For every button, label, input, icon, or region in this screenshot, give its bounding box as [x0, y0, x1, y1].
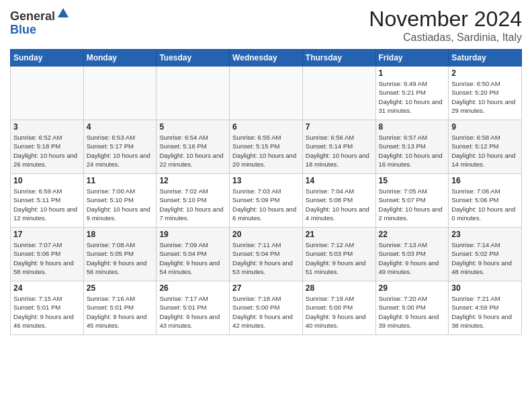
day-info: Sunrise: 6:54 AM Sunset: 5:16 PM Dayligh…	[159, 133, 226, 169]
calendar-cell: 4Sunrise: 6:53 AM Sunset: 5:17 PM Daylig…	[83, 120, 157, 174]
calendar-cell: 23Sunrise: 7:14 AM Sunset: 5:02 PM Dayli…	[449, 228, 522, 281]
day-number: 6	[232, 122, 300, 132]
calendar-week-row: 3Sunrise: 6:52 AM Sunset: 5:18 PM Daylig…	[11, 120, 522, 174]
calendar-cell: 10Sunrise: 6:59 AM Sunset: 5:11 PM Dayli…	[11, 174, 84, 228]
weekday-header: Wednesday	[230, 50, 303, 66]
day-number: 27	[232, 283, 300, 293]
calendar-cell	[230, 66, 303, 120]
day-info: Sunrise: 7:15 AM Sunset: 5:01 PM Dayligh…	[13, 294, 81, 330]
calendar-week-row: 17Sunrise: 7:07 AM Sunset: 5:06 PM Dayli…	[11, 228, 522, 281]
day-info: Sunrise: 6:55 AM Sunset: 5:15 PM Dayligh…	[232, 133, 300, 169]
calendar-header-row: SundayMondayTuesdayWednesdayThursdayFrid…	[11, 50, 522, 66]
day-number: 8	[379, 122, 446, 132]
day-info: Sunrise: 7:11 AM Sunset: 5:04 PM Dayligh…	[232, 240, 300, 276]
day-number: 5	[159, 122, 226, 132]
day-info: Sunrise: 7:09 AM Sunset: 5:04 PM Dayligh…	[159, 240, 226, 276]
day-number: 28	[306, 283, 373, 293]
day-info: Sunrise: 7:04 AM Sunset: 5:08 PM Dayligh…	[306, 187, 373, 222]
day-number: 17	[13, 230, 81, 239]
day-number: 10	[13, 176, 81, 185]
day-info: Sunrise: 6:49 AM Sunset: 5:21 PM Dayligh…	[379, 79, 446, 115]
day-info: Sunrise: 7:17 AM Sunset: 5:01 PM Dayligh…	[159, 294, 226, 330]
day-number: 23	[451, 230, 519, 239]
calendar-week-row: 10Sunrise: 6:59 AM Sunset: 5:11 PM Dayli…	[11, 174, 522, 228]
day-info: Sunrise: 7:13 AM Sunset: 5:03 PM Dayligh…	[379, 240, 446, 276]
calendar-cell: 22Sunrise: 7:13 AM Sunset: 5:03 PM Dayli…	[375, 228, 449, 281]
logo-general: General	[10, 9, 55, 23]
weekday-header: Saturday	[449, 50, 522, 66]
svg-marker-0	[58, 8, 69, 17]
day-info: Sunrise: 6:56 AM Sunset: 5:14 PM Dayligh…	[306, 133, 373, 169]
day-info: Sunrise: 7:21 AM Sunset: 4:59 PM Dayligh…	[451, 294, 519, 330]
page-container: General Blue November 2024 Castiadas, Sa…	[0, 0, 532, 342]
calendar-cell: 8Sunrise: 6:57 AM Sunset: 5:13 PM Daylig…	[375, 120, 449, 174]
calendar-cell: 28Sunrise: 7:19 AM Sunset: 5:00 PM Dayli…	[302, 281, 375, 335]
calendar-cell: 13Sunrise: 7:03 AM Sunset: 5:09 PM Dayli…	[230, 174, 303, 228]
calendar-cell: 29Sunrise: 7:20 AM Sunset: 5:00 PM Dayli…	[375, 281, 449, 335]
calendar-cell	[11, 66, 84, 120]
logo-blue: Blue	[10, 23, 36, 36]
calendar-cell: 16Sunrise: 7:06 AM Sunset: 5:06 PM Dayli…	[449, 174, 522, 228]
weekday-header: Sunday	[11, 50, 84, 66]
day-number: 25	[87, 283, 154, 293]
calendar-cell: 14Sunrise: 7:04 AM Sunset: 5:08 PM Dayli…	[302, 174, 375, 228]
weekday-header: Monday	[83, 50, 157, 66]
day-number: 14	[306, 176, 373, 185]
calendar-cell: 2Sunrise: 6:50 AM Sunset: 5:20 PM Daylig…	[449, 66, 522, 120]
day-number: 26	[159, 283, 226, 293]
calendar-cell: 19Sunrise: 7:09 AM Sunset: 5:04 PM Dayli…	[157, 228, 230, 281]
day-info: Sunrise: 7:02 AM Sunset: 5:10 PM Dayligh…	[159, 187, 226, 222]
logo-icon	[56, 7, 70, 20]
day-number: 30	[451, 283, 519, 293]
calendar-cell: 18Sunrise: 7:08 AM Sunset: 5:05 PM Dayli…	[83, 228, 157, 281]
day-number: 19	[159, 230, 226, 239]
header: General Blue November 2024 Castiadas, Sa…	[10, 7, 522, 44]
day-number: 7	[306, 122, 373, 132]
day-number: 20	[232, 230, 300, 239]
calendar-cell: 25Sunrise: 7:16 AM Sunset: 5:01 PM Dayli…	[83, 281, 157, 335]
day-number: 3	[13, 122, 81, 132]
day-info: Sunrise: 7:03 AM Sunset: 5:09 PM Dayligh…	[232, 187, 300, 222]
calendar-cell: 5Sunrise: 6:54 AM Sunset: 5:16 PM Daylig…	[157, 120, 230, 174]
day-info: Sunrise: 7:14 AM Sunset: 5:02 PM Dayligh…	[451, 240, 519, 276]
calendar-cell: 9Sunrise: 6:58 AM Sunset: 5:12 PM Daylig…	[449, 120, 522, 174]
calendar-cell: 24Sunrise: 7:15 AM Sunset: 5:01 PM Dayli…	[11, 281, 84, 335]
calendar-cell: 30Sunrise: 7:21 AM Sunset: 4:59 PM Dayli…	[449, 281, 522, 335]
day-number: 16	[451, 176, 519, 185]
day-number: 11	[87, 176, 154, 185]
calendar-cell: 7Sunrise: 6:56 AM Sunset: 5:14 PM Daylig…	[302, 120, 375, 174]
calendar-cell: 6Sunrise: 6:55 AM Sunset: 5:15 PM Daylig…	[230, 120, 303, 174]
day-info: Sunrise: 6:52 AM Sunset: 5:18 PM Dayligh…	[13, 133, 81, 169]
location: Castiadas, Sardinia, Italy	[369, 32, 522, 44]
weekday-header: Friday	[375, 50, 449, 66]
day-info: Sunrise: 7:18 AM Sunset: 5:00 PM Dayligh…	[232, 294, 300, 330]
day-info: Sunrise: 7:00 AM Sunset: 5:10 PM Dayligh…	[87, 187, 154, 222]
day-number: 21	[306, 230, 373, 239]
calendar-cell: 17Sunrise: 7:07 AM Sunset: 5:06 PM Dayli…	[11, 228, 84, 281]
day-info: Sunrise: 7:07 AM Sunset: 5:06 PM Dayligh…	[13, 240, 81, 276]
calendar-cell: 15Sunrise: 7:05 AM Sunset: 5:07 PM Dayli…	[375, 174, 449, 228]
calendar-cell	[157, 66, 230, 120]
calendar-cell	[83, 66, 157, 120]
day-info: Sunrise: 7:16 AM Sunset: 5:01 PM Dayligh…	[87, 294, 154, 330]
calendar-cell	[302, 66, 375, 120]
day-number: 4	[87, 122, 154, 132]
calendar-cell: 26Sunrise: 7:17 AM Sunset: 5:01 PM Dayli…	[157, 281, 230, 335]
calendar-week-row: 1Sunrise: 6:49 AM Sunset: 5:21 PM Daylig…	[11, 66, 522, 120]
logo: General Blue	[10, 7, 70, 37]
calendar-cell: 11Sunrise: 7:00 AM Sunset: 5:10 PM Dayli…	[83, 174, 157, 228]
weekday-header: Thursday	[302, 50, 375, 66]
day-number: 13	[232, 176, 300, 185]
day-number: 1	[379, 68, 446, 78]
title-block: November 2024 Castiadas, Sardinia, Italy	[369, 7, 522, 44]
day-number: 9	[451, 122, 519, 132]
calendar-cell: 3Sunrise: 6:52 AM Sunset: 5:18 PM Daylig…	[11, 120, 84, 174]
calendar-cell: 1Sunrise: 6:49 AM Sunset: 5:21 PM Daylig…	[375, 66, 449, 120]
day-number: 29	[379, 283, 446, 293]
calendar-cell: 21Sunrise: 7:12 AM Sunset: 5:03 PM Dayli…	[302, 228, 375, 281]
day-info: Sunrise: 6:57 AM Sunset: 5:13 PM Dayligh…	[379, 133, 446, 169]
day-info: Sunrise: 7:08 AM Sunset: 5:05 PM Dayligh…	[87, 240, 154, 276]
day-info: Sunrise: 6:53 AM Sunset: 5:17 PM Dayligh…	[87, 133, 154, 169]
calendar-cell: 20Sunrise: 7:11 AM Sunset: 5:04 PM Dayli…	[230, 228, 303, 281]
month-year: November 2024	[369, 7, 522, 32]
